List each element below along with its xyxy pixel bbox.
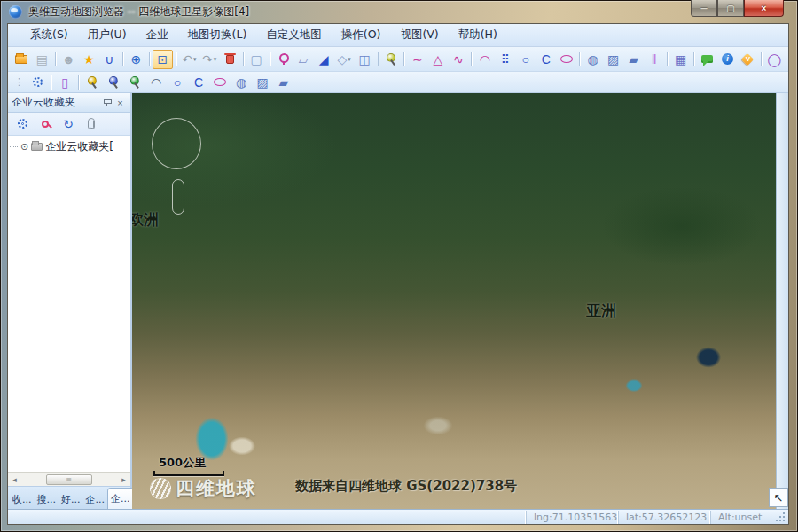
- vip-icon[interactable]: V: [738, 50, 758, 69]
- menu-user[interactable]: 用户(U): [78, 25, 137, 45]
- circle3-icon[interactable]: ○: [167, 73, 188, 92]
- favorites-star-icon[interactable]: ★: [79, 50, 99, 69]
- circle2-icon[interactable]: ◯: [764, 50, 785, 69]
- app-window: 奥维互动地图浏览器 -- 四维地球卫星影像图[4] ─ ▢ × 系统(S)用户(…: [0, 0, 798, 532]
- tab-enterprise-2[interactable]: 企...: [107, 488, 134, 509]
- tree-connector: [10, 146, 18, 147]
- scrollbar-track[interactable]: ≡: [21, 473, 117, 486]
- panel-search-icon[interactable]: [35, 115, 55, 133]
- menu-custom-map[interactable]: 自定义地图: [256, 25, 332, 45]
- message-icon[interactable]: [697, 50, 717, 69]
- dropdown-caret-icon[interactable]: ▾: [348, 56, 351, 63]
- track-icon[interactable]: ∪: [99, 50, 120, 69]
- menu-operate[interactable]: 操作(O): [332, 25, 391, 45]
- open-folder-icon[interactable]: [12, 50, 32, 69]
- resize-grip-icon[interactable]: [772, 511, 786, 523]
- visibility-eye-icon[interactable]: ⊙: [20, 141, 28, 153]
- arc2-icon[interactable]: ◠: [145, 73, 167, 92]
- scrollbar-thumb[interactable]: ≡: [46, 474, 92, 485]
- save-icon[interactable]: ▤: [32, 50, 52, 69]
- title-bar[interactable]: 奥维互动地图浏览器 -- 四维地球卫星影像图[4]: [0, 0, 798, 23]
- window-title: 奥维互动地图浏览器 -- 四维地球卫星影像图[4]: [28, 4, 249, 20]
- undo-icon[interactable]: ↶▾: [179, 50, 200, 69]
- provider-name: 四维地球: [176, 476, 257, 501]
- tab-friends[interactable]: 好...: [59, 489, 83, 509]
- dropdown-caret-icon[interactable]: ▾: [193, 56, 197, 63]
- drawn-circle-overlay[interactable]: [152, 118, 201, 169]
- tab-search[interactable]: 搜...: [35, 489, 59, 509]
- minimize-button[interactable]: ─: [691, 0, 717, 17]
- scatter-points-icon[interactable]: ⠿: [495, 50, 515, 69]
- panel-close-button[interactable]: ×: [113, 96, 127, 109]
- panel-attach-icon[interactable]: [82, 115, 101, 133]
- angle-icon[interactable]: △: [427, 50, 448, 69]
- marquee-select-icon[interactable]: ▢: [246, 50, 267, 69]
- map-attribution: 数据来自四维地球 GS(2022)738号: [295, 478, 517, 495]
- menu-view[interactable]: 视图(V): [390, 25, 448, 45]
- fullscreen-arrow-button[interactable]: ↖: [769, 488, 788, 507]
- provider-logo-icon: [150, 478, 171, 499]
- status-altitude: Alt:unset: [710, 511, 772, 524]
- globe-icon[interactable]: ⊕: [126, 50, 146, 69]
- scroll-left-arrow-icon[interactable]: ◂: [8, 473, 21, 486]
- panel-pin-button[interactable]: [100, 96, 113, 109]
- tree-item[interactable]: ⊙ 企业云收藏夹[: [10, 139, 130, 154]
- filled-circle2-icon[interactable]: ◍: [231, 73, 252, 92]
- crop-tool-icon[interactable]: ⊡: [153, 50, 173, 69]
- pushpin-yellow-icon[interactable]: [82, 73, 103, 92]
- scroll-right-arrow-icon[interactable]: ▸: [117, 473, 130, 486]
- delete-icon[interactable]: [220, 50, 240, 69]
- curve-icon[interactable]: ∿: [448, 50, 468, 69]
- camera-icon[interactable]: ◫: [355, 50, 375, 69]
- pushpin-green-icon[interactable]: [124, 73, 145, 92]
- app-logo-icon: [9, 5, 22, 19]
- toolbar-separator: [378, 52, 379, 66]
- dropdown-caret-icon[interactable]: ▾: [214, 56, 217, 63]
- arc-icon[interactable]: ◠: [474, 50, 495, 69]
- menu-system[interactable]: 系统(S): [20, 25, 78, 45]
- toolbar-separator: [270, 52, 270, 66]
- ellipse2-icon[interactable]: [209, 73, 231, 92]
- info-icon[interactable]: i: [717, 50, 738, 69]
- filled-rect2-icon[interactable]: ▨: [252, 73, 273, 92]
- drawn-capsule-overlay[interactable]: [172, 179, 184, 215]
- filled-polygon2-icon[interactable]: ▰: [273, 73, 294, 92]
- filled-circle-icon[interactable]: ◍: [583, 50, 603, 69]
- users-icon[interactable]: ☻: [59, 50, 79, 69]
- tab-enterprise-1[interactable]: 企...: [83, 489, 108, 509]
- status-latitude: lat:57.32652123: [618, 511, 710, 524]
- open-circle2-icon[interactable]: C: [188, 73, 209, 92]
- parallel-lines-icon[interactable]: ‖: [644, 50, 664, 69]
- pushpin-icon[interactable]: [381, 50, 402, 69]
- toolbar-separator: [243, 52, 244, 66]
- eraser-icon[interactable]: ▱: [293, 50, 314, 69]
- toolbar-separator: [667, 52, 668, 66]
- menu-map-switch[interactable]: 地图切换(L): [178, 25, 257, 45]
- close-button[interactable]: ×: [744, 0, 784, 17]
- filled-rect-icon[interactable]: ▨: [603, 50, 623, 69]
- redo-icon[interactable]: ↷▾: [200, 50, 220, 69]
- toolbar-separator: [471, 52, 472, 66]
- menu-bar: 系统(S)用户(U)企业地图切换(L)自定义地图操作(O)视图(V)帮助(H): [8, 24, 788, 47]
- status-longitude: lng:71.10351563: [526, 511, 618, 524]
- circle-icon[interactable]: ○: [515, 50, 536, 69]
- toolbar-separator: [693, 52, 694, 66]
- map-canvas[interactable]: 欧洲 亚洲 500公里 四维地球 数据来自四维地球 GS(2022)738号: [132, 93, 776, 509]
- table-icon[interactable]: ▦: [670, 50, 691, 69]
- pushpin-blue-icon[interactable]: [103, 73, 124, 92]
- placemark-icon[interactable]: [273, 50, 293, 69]
- open-circle-icon[interactable]: C: [536, 50, 556, 69]
- menu-enterprise[interactable]: 企业: [137, 25, 178, 45]
- ellipse-icon[interactable]: [556, 50, 576, 69]
- menu-help[interactable]: 帮助(H): [449, 25, 507, 45]
- polyline-icon[interactable]: ∼: [407, 50, 427, 69]
- new-doc-icon[interactable]: ▯: [54, 73, 75, 92]
- restore-button[interactable]: ▢: [717, 0, 744, 17]
- polygon-tool-icon[interactable]: ◇▾: [334, 50, 355, 69]
- filled-polygon-icon[interactable]: ▰: [623, 50, 644, 69]
- tab-favorites[interactable]: 收...: [10, 489, 35, 509]
- panel-gear-icon[interactable]: [12, 115, 32, 133]
- panel-refresh-icon[interactable]: ↻: [59, 115, 78, 133]
- settings-gear-icon[interactable]: [27, 73, 48, 92]
- area-ruler-icon[interactable]: ◢: [314, 50, 334, 69]
